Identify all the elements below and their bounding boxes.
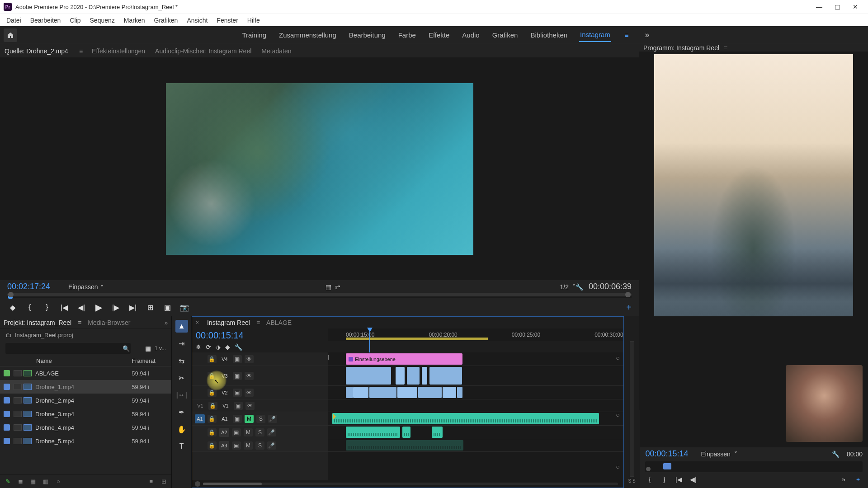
clip-video[interactable]: [397, 387, 417, 398]
label-swatch[interactable]: [4, 384, 10, 390]
clip-video[interactable]: [353, 387, 368, 398]
workspace-effekte[interactable]: Effekte: [428, 28, 450, 42]
icon-view-icon[interactable]: ▦: [29, 479, 37, 485]
workspace-instagram[interactable]: Instagram: [579, 28, 611, 42]
timeline-ruler[interactable]: 00:00:15:00 00:00:20:00 00:00:25:00 00:0…: [328, 328, 623, 341]
close-button[interactable]: ✕: [846, 0, 864, 14]
program-menu-icon[interactable]: ≡: [724, 44, 727, 52]
menu-sequenz[interactable]: Sequenz: [85, 17, 119, 24]
scroll-thumb[interactable]: [203, 483, 262, 485]
tab-audioclip-mischer[interactable]: Audioclip-Mischer: Instagram Reel: [154, 46, 252, 56]
track-header-v2[interactable]: 🔒 V2 ▣ 👁: [192, 386, 328, 399]
project-row[interactable]: Drohne_1.mp459,94 i: [0, 380, 171, 394]
track-header-v3[interactable]: 🔒 V3 ▣ 👁: [192, 366, 328, 386]
track-target-a2[interactable]: A2: [219, 428, 229, 437]
sync-lock-icon[interactable]: ▣: [232, 428, 241, 436]
program-scrubber[interactable]: [645, 461, 863, 472]
clip-video[interactable]: [418, 387, 442, 398]
workspace-overflow-icon[interactable]: »: [645, 30, 650, 40]
go-to-in-button[interactable]: |◀: [59, 302, 70, 313]
timeline-tracks[interactable]: | ○ Einstellungsebene: [328, 352, 623, 480]
project-row[interactable]: Drohne_4.mp459,94 i: [0, 421, 171, 434]
razor-tool[interactable]: ✂: [175, 371, 188, 384]
track-header-v4[interactable]: 🔒 V4 ▣ 👁: [192, 352, 328, 366]
menu-marken[interactable]: Marken: [119, 17, 150, 24]
program-scrub-marker[interactable]: [663, 463, 671, 469]
track-header-a3[interactable]: 🔒 A3 ▣ M S 🎤: [192, 439, 328, 452]
source-patch-a1[interactable]: A1: [195, 414, 205, 423]
chevron-down-icon[interactable]: ˅: [734, 450, 737, 458]
eye-icon[interactable]: 👁: [245, 355, 254, 363]
pencil-icon[interactable]: ✎: [4, 479, 12, 485]
step-back-button[interactable]: ◀|: [76, 302, 87, 313]
workspace-grafiken[interactable]: Grafiken: [491, 28, 519, 42]
play-button[interactable]: ▶: [93, 302, 104, 313]
solo-button[interactable]: S: [255, 441, 264, 450]
lock-icon[interactable]: 🔒: [208, 402, 217, 410]
track-header-a1[interactable]: A1 🔒 A1 ▣ M S 🎤: [192, 412, 328, 426]
overwrite-button[interactable]: ▣: [162, 302, 173, 313]
label-swatch[interactable]: [4, 370, 10, 376]
zoom-slider-icon[interactable]: ○: [54, 479, 62, 485]
menu-grafiken[interactable]: Grafiken: [150, 17, 183, 24]
timeline-close-icon[interactable]: ×: [196, 319, 199, 326]
mark-in-button[interactable]: ◆: [7, 302, 18, 313]
menu-ansicht[interactable]: Ansicht: [182, 17, 212, 24]
track-select-tool[interactable]: ⇥: [175, 337, 188, 350]
freeform-view-icon[interactable]: ▥: [42, 479, 50, 485]
marker-icon[interactable]: ⬗: [216, 343, 221, 351]
label-swatch[interactable]: [4, 411, 10, 417]
sort-icon[interactable]: ≡: [147, 479, 155, 485]
track-v2[interactable]: [328, 386, 623, 399]
solo-button[interactable]: S: [255, 428, 264, 436]
type-tool[interactable]: T: [175, 440, 188, 453]
slip-tool[interactable]: |↔|: [175, 389, 188, 401]
lock-icon[interactable]: 🔒: [208, 441, 217, 450]
wrench-icon[interactable]: 🔧: [576, 283, 583, 291]
mute-button[interactable]: M: [244, 428, 253, 436]
solo-button[interactable]: S: [256, 415, 265, 423]
timeline-h-scrollbar[interactable]: [192, 480, 623, 488]
project-tab-menu-icon[interactable]: ≡: [78, 319, 81, 326]
work-area-bar[interactable]: [346, 338, 488, 340]
new-bin-icon[interactable]: ▦: [145, 345, 151, 352]
workspace-training[interactable]: Training: [241, 28, 267, 42]
project-row[interactable]: Drohne_3.mp459,94 i: [0, 407, 171, 421]
mute-button[interactable]: M: [244, 441, 253, 450]
clip-audio[interactable]: [402, 427, 410, 438]
lock-icon[interactable]: 🔒: [208, 355, 217, 363]
sync-lock-icon[interactable]: ▣: [233, 372, 242, 380]
tab-projekt[interactable]: Projekt: Instagram_Reel: [4, 319, 71, 326]
go-to-out-button[interactable]: ▶|: [127, 302, 138, 313]
sync-lock-icon[interactable]: ▣: [233, 355, 242, 363]
menu-fenster[interactable]: Fenster: [212, 17, 242, 24]
clip-audio[interactable]: [346, 440, 463, 450]
source-patch-v1[interactable]: V1: [195, 403, 206, 408]
insert-button[interactable]: ⊞: [145, 302, 156, 313]
wrench-icon[interactable]: 🔧: [235, 343, 242, 351]
label-swatch[interactable]: [4, 438, 10, 444]
wrench-icon[interactable]: 🔧: [832, 450, 840, 458]
sync-lock-icon[interactable]: ▣: [232, 441, 241, 450]
clip-video[interactable]: [422, 367, 427, 385]
tab-metadaten[interactable]: Metadaten: [260, 46, 292, 56]
program-zoom-select[interactable]: Einpassen: [701, 450, 731, 458]
linked-selection-icon[interactable]: ⟳: [206, 343, 211, 351]
tab-quelle[interactable]: Quelle: Drohne_2.mp4: [4, 46, 69, 56]
settings-icon[interactable]: ◆: [225, 343, 230, 351]
audio-meter-bar[interactable]: [630, 341, 634, 477]
voiceover-icon[interactable]: 🎤: [268, 415, 277, 423]
track-a1[interactable]: [328, 412, 623, 426]
tab-media-browser[interactable]: Media-Browser: [88, 319, 130, 326]
eye-icon[interactable]: 👁: [245, 402, 255, 410]
source-resolution-select[interactable]: 1/2: [560, 283, 568, 291]
source-zoom-select[interactable]: Einpassen: [68, 283, 98, 291]
clip-adjustment-layer[interactable]: Einstellungsebene: [346, 353, 462, 365]
tab-ablage[interactable]: ABLAGE: [266, 319, 292, 326]
mark-out-icon[interactable]: }: [42, 302, 52, 313]
source-tab-menu-icon[interactable]: ≡: [79, 47, 83, 55]
tab-effekteinstellungen[interactable]: Effekteinstellungen: [91, 46, 146, 56]
label-swatch[interactable]: [4, 424, 10, 431]
mark-out-button[interactable]: }: [660, 475, 669, 484]
home-button[interactable]: [4, 28, 17, 42]
